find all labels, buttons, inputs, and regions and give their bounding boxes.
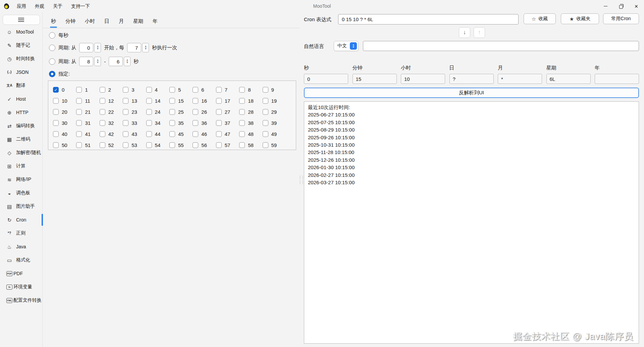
second-option[interactable]: 49 — [263, 131, 286, 137]
checkbox[interactable] — [193, 87, 198, 93]
tab[interactable]: 分钟 — [61, 14, 80, 28]
second-option[interactable]: 52 — [100, 142, 123, 148]
checkbox[interactable] — [100, 131, 105, 137]
checkbox[interactable] — [53, 120, 59, 126]
sidebar-item[interactable]: ♨ Java — [0, 240, 42, 253]
checkbox[interactable] — [216, 142, 222, 148]
checkbox[interactable] — [53, 98, 59, 104]
option-specify[interactable]: 指定: — [49, 69, 70, 79]
second-option[interactable]: 53 — [123, 142, 146, 148]
second-option[interactable]: 50 — [53, 142, 76, 148]
second-option[interactable]: 37 — [216, 120, 239, 126]
checkbox[interactable] — [239, 109, 245, 115]
checkbox[interactable] — [53, 142, 59, 148]
second-option[interactable]: 11 — [76, 98, 99, 104]
checkbox[interactable] — [53, 131, 59, 137]
sidebar-item[interactable]: ☺ MooTool — [0, 25, 42, 39]
menu-item[interactable]: 外观 — [31, 0, 49, 12]
checkbox[interactable] — [239, 131, 245, 137]
second-option[interactable]: 47 — [216, 131, 239, 137]
sidebar-item[interactable]: *? 正则 — [0, 227, 42, 240]
checkbox[interactable] — [100, 109, 105, 115]
second-option[interactable]: 21 — [76, 109, 99, 115]
sidebar-item[interactable]: ✎ 随手记 — [0, 39, 42, 52]
checkbox[interactable] — [100, 87, 105, 93]
checkbox[interactable] — [239, 87, 245, 93]
checkbox[interactable] — [193, 120, 198, 126]
checkbox[interactable] — [263, 120, 268, 126]
second-option[interactable]: 28 — [239, 109, 262, 115]
range-to-input[interactable] — [109, 57, 123, 66]
sidebar-item[interactable]: ▭ 格式化 — [0, 253, 42, 267]
checkbox[interactable] — [169, 87, 175, 93]
sidebar-item[interactable]: fx 环境变量 — [0, 280, 42, 294]
radio-cycle-range[interactable] — [49, 58, 55, 65]
cron-part-input[interactable] — [401, 74, 445, 84]
option-every-second[interactable]: 每秒 — [49, 30, 68, 40]
favorite-button[interactable]: ☆ 收藏 — [524, 13, 556, 24]
second-option[interactable]: 55 — [169, 142, 193, 148]
range-to-stepper[interactable]: ∧∨ — [124, 57, 130, 66]
second-option[interactable]: 45 — [169, 131, 193, 137]
second-option[interactable]: 26 — [193, 109, 216, 115]
second-option[interactable]: 46 — [193, 131, 216, 137]
second-option[interactable]: 38 — [239, 120, 262, 126]
tab[interactable]: 月 — [114, 14, 128, 28]
second-option[interactable]: 5 — [169, 87, 193, 93]
sidebar-item[interactable]: PDF PDF — [0, 267, 42, 280]
favorites-folder-button[interactable]: ★ 收藏夹 — [561, 13, 599, 24]
cron-part-input[interactable] — [595, 74, 639, 84]
cron-expression-input[interactable] — [338, 14, 519, 24]
checkbox[interactable] — [123, 98, 128, 104]
checkbox[interactable] — [146, 120, 152, 126]
second-option[interactable]: 29 — [263, 109, 286, 115]
second-option[interactable]: 59 — [263, 142, 286, 148]
checkbox[interactable] — [76, 142, 82, 148]
tab[interactable]: 小时 — [80, 14, 100, 28]
second-option[interactable]: 1 — [76, 87, 99, 93]
language-select[interactable]: 中文 ∧∨ — [334, 41, 359, 51]
checkbox[interactable] — [263, 109, 268, 115]
checkbox[interactable] — [53, 109, 59, 115]
second-option[interactable]: 57 — [216, 142, 239, 148]
second-option[interactable]: 3 — [123, 87, 146, 93]
second-option[interactable]: 20 — [53, 109, 76, 115]
cycle-step-input[interactable] — [127, 43, 141, 52]
sidebar-item[interactable]: ↻ Cron — [0, 213, 42, 227]
second-option[interactable]: 56 — [193, 142, 216, 148]
sidebar-item[interactable]: ▤ 图片助手 — [0, 200, 42, 213]
checkbox[interactable] — [53, 87, 59, 93]
checkbox[interactable] — [100, 98, 105, 104]
second-option[interactable]: 51 — [76, 142, 99, 148]
checkbox[interactable] — [123, 131, 128, 137]
checkbox[interactable] — [169, 120, 175, 126]
sidebar-item[interactable]: ≋ 网络/IP — [0, 173, 42, 186]
checkbox[interactable] — [100, 142, 105, 148]
second-option[interactable]: 8 — [239, 87, 262, 93]
checkbox[interactable] — [263, 142, 268, 148]
cron-part-input[interactable] — [546, 74, 591, 84]
checkbox[interactable] — [76, 98, 82, 104]
checkbox[interactable] — [100, 120, 105, 126]
checkbox[interactable] — [263, 98, 268, 104]
menu-item[interactable]: 支持一下 — [67, 0, 94, 12]
tab[interactable]: 年 — [148, 14, 162, 28]
range-from-stepper[interactable]: ∧∨ — [94, 57, 101, 66]
second-option[interactable]: 6 — [193, 87, 216, 93]
checkbox[interactable] — [76, 109, 82, 115]
second-option[interactable]: 10 — [53, 98, 76, 104]
second-option[interactable]: 33 — [123, 120, 146, 126]
radio-every-second[interactable] — [49, 32, 55, 39]
second-option[interactable]: 0 — [53, 87, 76, 93]
checkbox[interactable] — [146, 87, 152, 93]
run-times-output[interactable]: 最近10次运行时间: 2025-06-27 10:15:00 2025-07-2… — [304, 101, 639, 344]
sidebar-item[interactable]: {..} JSON — [0, 65, 42, 79]
second-option[interactable]: 9 — [263, 87, 286, 93]
checkbox[interactable] — [193, 131, 198, 137]
splitter-handle[interactable]: ⋮⋮⋮⋮ — [298, 175, 303, 185]
checkbox[interactable] — [146, 131, 152, 137]
second-option[interactable]: 15 — [169, 98, 193, 104]
cron-part-input[interactable] — [353, 74, 397, 84]
sidebar-item[interactable]: ◒ 调色板 — [0, 186, 42, 200]
second-option[interactable]: 13 — [123, 98, 146, 104]
